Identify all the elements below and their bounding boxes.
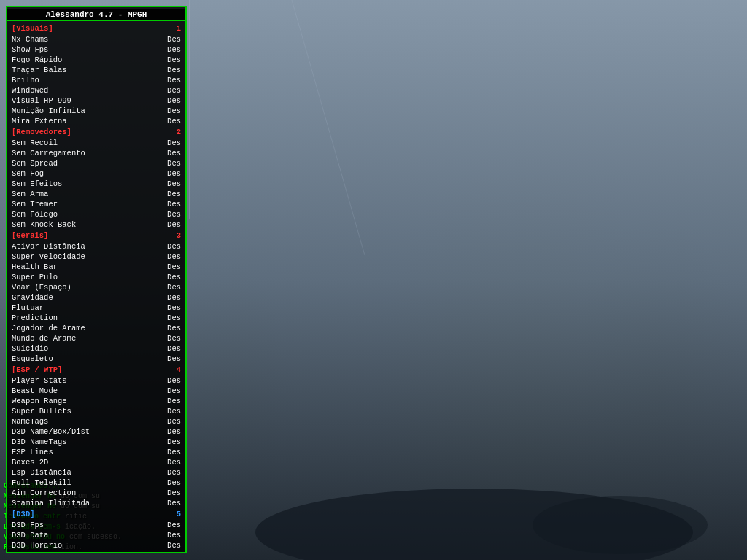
section-esp-wtp: [ESP / WTP] 4 [7, 364, 185, 376]
item-voar[interactable]: Voar (Espaço)Des [7, 282, 185, 292]
item-gravidade[interactable]: GravidadeDes [7, 292, 185, 303]
item-ativar-distancia[interactable]: Ativar DistânciaDes [7, 241, 185, 252]
item-d3d-horario[interactable]: D3D HorarioDes [7, 540, 185, 551]
item-mundo-arame[interactable]: Mundo de ArameDes [7, 333, 185, 343]
item-sem-tremer[interactable]: Sem TremerDes [7, 199, 185, 209]
section-visuais-label: [Visuais] [12, 23, 53, 34]
item-player-stats[interactable]: Player StatsDes [7, 376, 185, 386]
item-d3d-nametags[interactable]: D3D NameTagsDes [7, 437, 185, 447]
item-sem-fog[interactable]: Sem FogDes [7, 168, 185, 179]
item-show-fps[interactable]: Show FpsDes [7, 44, 185, 55]
section-gerais-num: 3 [177, 230, 181, 241]
item-sem-spread[interactable]: Sem SpreadDes [7, 158, 185, 168]
section-d3d: [D3D] 5 [7, 508, 185, 520]
item-windowed[interactable]: WindowedDes [7, 85, 185, 96]
item-aim-correction[interactable]: Aim CorrectionDes [7, 488, 185, 498]
item-nx-chams[interactable]: Nx ChamsDes [7, 34, 185, 44]
item-prediction[interactable]: PredictionDes [7, 313, 185, 323]
item-brilho[interactable]: BrilhoDes [7, 75, 185, 85]
section-esp-wtp-label: [ESP / WTP] [12, 365, 62, 375]
item-sem-knock-back[interactable]: Sem Knock BackDes [7, 219, 185, 230]
item-sem-efeitos[interactable]: Sem EfeitosDes [7, 179, 185, 189]
section-d3d-num: 5 [177, 509, 181, 519]
item-full-telekill[interactable]: Full TelekillDes [7, 478, 185, 488]
section-esp-wtp-num: 4 [177, 365, 181, 375]
item-tracar-balas[interactable]: Traçar BalasDes [7, 65, 185, 75]
item-super-bullets[interactable]: Super BulletsDes [7, 406, 185, 416]
item-super-velocidade[interactable]: Super VelocidadeDes [7, 252, 185, 262]
menu-panel: Alessandro 4.7 - MPGH [Visuais] 1 Nx Cha… [6, 6, 187, 553]
item-esp-distancia[interactable]: Esp DistânciaDes [7, 467, 185, 478]
item-beast-mode[interactable]: Beast ModeDes [7, 386, 185, 396]
item-visual-hp[interactable]: Visual HP 999Des [7, 96, 185, 106]
item-sem-folego[interactable]: Sem FôlegoDes [7, 209, 185, 219]
item-municao[interactable]: Munição InfinitaDes [7, 106, 185, 116]
item-esqueleto[interactable]: EsqueletoDes [7, 354, 185, 364]
item-suicidio[interactable]: SuicidioDes [7, 343, 185, 354]
item-esp-lines[interactable]: ESP LinesDes [7, 447, 185, 457]
item-d3d-name-box[interactable]: D3D Name/Box/DistDes [7, 427, 185, 437]
item-super-pulo[interactable]: Super PuloDes [7, 272, 185, 282]
section-visuais: [Visuais] 1 [7, 23, 185, 34]
item-sem-arma[interactable]: Sem ArmaDes [7, 189, 185, 199]
item-boxes-2d[interactable]: Boxes 2DDes [7, 457, 185, 467]
item-sem-carregamento[interactable]: Sem CarregamentoDes [7, 148, 185, 158]
menu-title: Alessandro 4.7 - MPGH [7, 9, 185, 21]
item-weapon-range[interactable]: Weapon RangeDes [7, 396, 185, 406]
section-d3d-label: [D3D] [12, 509, 35, 519]
section-removedores-num: 2 [177, 127, 181, 137]
item-mira-externa[interactable]: Mira ExternaDes [7, 116, 185, 126]
item-fogo-rapido[interactable]: Fogo RápidoDes [7, 55, 185, 65]
section-removedores-label: [Removedores] [12, 127, 71, 137]
section-visuais-num: 1 [177, 23, 181, 34]
section-gerais: [Gerais] 3 [7, 230, 185, 241]
section-gerais-label: [Gerais] [12, 230, 48, 241]
section-removedores: [Removedores] 2 [7, 126, 185, 138]
item-sem-recoil[interactable]: Sem RecoilDes [7, 138, 185, 148]
svg-point-4 [533, 496, 708, 554]
item-d3d-fps[interactable]: D3D FpsDes [7, 520, 185, 530]
item-nametags[interactable]: NameTagsDes [7, 416, 185, 427]
item-flutuar[interactable]: FlutuarDes [7, 303, 185, 313]
item-jogador-arame[interactable]: Jogador de ArameDes [7, 323, 185, 333]
item-stamina-ilimitada[interactable]: Stamina IlimitadaDes [7, 498, 185, 508]
item-d3d-data[interactable]: D3D DataDes [7, 530, 185, 540]
item-health-bar[interactable]: Health BarDes [7, 262, 185, 272]
